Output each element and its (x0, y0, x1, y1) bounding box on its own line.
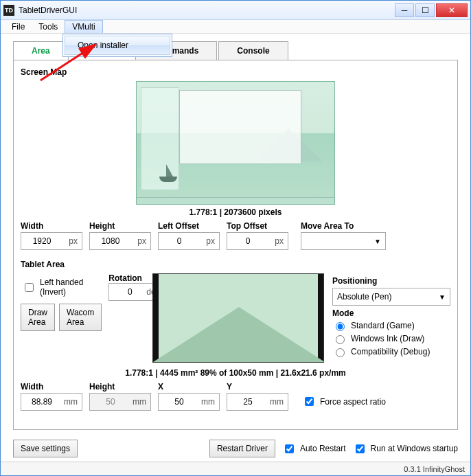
mode-label: Mode (332, 308, 450, 318)
run-startup-check[interactable]: Run at Windows startup (353, 442, 458, 455)
positioning-label: Positioning (332, 276, 450, 286)
vmulti-dropdown: Open installer (62, 34, 172, 57)
tablet-x-label: X (158, 382, 220, 392)
maximize-button[interactable]: ☐ (415, 3, 435, 17)
bottom-bar: Save settings Restart Driver Auto Restar… (1, 435, 470, 462)
chevron-down-icon: ▼ (374, 238, 381, 245)
screen-height-input[interactable]: px (89, 232, 151, 250)
tab-console[interactable]: Console (218, 41, 288, 60)
left-handed-check[interactable]: Left handed (Invert) (22, 277, 102, 297)
tablet-width-label: Width (21, 382, 82, 392)
save-settings-button[interactable]: Save settings (13, 440, 78, 457)
restart-driver-button[interactable]: Restart Driver (209, 440, 275, 457)
version-text: 0.3.1 InfinityGhost (404, 465, 465, 473)
menubar: File Tools VMulti (1, 20, 470, 34)
window-title: TabletDriverGUI (19, 5, 77, 15)
chevron-down-icon: ▼ (439, 293, 446, 301)
tab-area[interactable]: Area (13, 41, 69, 60)
tablet-width-input[interactable]: mm (21, 393, 82, 411)
tablet-area-fields: Width mm Height mm X (21, 382, 450, 411)
wacom-area-button[interactable]: Wacom Area (59, 304, 102, 331)
width-label: Width (21, 221, 82, 231)
status-bar: 0.3.1 InfinityGhost (1, 462, 470, 475)
tablet-area-preview[interactable] (152, 273, 324, 363)
left-offset-input[interactable]: px (158, 232, 220, 250)
height-label: Height (89, 221, 151, 231)
open-installer-item[interactable]: Open installer (65, 36, 170, 55)
menu-vmulti[interactable]: VMulti (65, 20, 102, 33)
move-area-label: Move Area To (301, 221, 386, 231)
screen-map-fields: Width px Height px Left Offset px (21, 221, 450, 250)
screen-map-title: Screen Map (21, 67, 450, 77)
left-offset-label: Left Offset (158, 221, 220, 231)
mode-windows-ink-radio[interactable]: Windows Ink (Draw) (332, 333, 450, 344)
tablet-area-info: 1.778:1 | 4445 mm² 89% of 100x50 mm | 21… (21, 368, 450, 378)
mode-standard-radio[interactable]: Standard (Game) (332, 320, 450, 331)
screen-map-info: 1.778:1 | 2073600 pixels (21, 207, 450, 217)
titlebar: TD TabletDriverGUI ─ ☐ ✕ (1, 1, 470, 20)
draw-area-button[interactable]: Draw Area (21, 304, 55, 331)
top-offset-label: Top Offset (227, 221, 288, 231)
app-window: TD TabletDriverGUI ─ ☐ ✕ File Tools VMul… (0, 0, 471, 476)
top-offset-input[interactable]: px (227, 232, 288, 250)
tablet-y-label: Y (227, 382, 288, 392)
close-button[interactable]: ✕ (436, 3, 468, 17)
minimize-button[interactable]: ─ (395, 3, 414, 17)
tablet-height-input: mm (89, 393, 151, 411)
menu-tools[interactable]: Tools (32, 20, 65, 33)
screen-width-input[interactable]: px (21, 232, 82, 250)
tablet-height-label: Height (89, 382, 151, 392)
window-controls: ─ ☐ ✕ (393, 3, 468, 17)
app-icon: TD (3, 5, 14, 16)
positioning-select[interactable]: Absolute (Pen) ▼ (332, 288, 450, 306)
tablet-area-title: Tablet Area (21, 260, 450, 269)
area-tab-content: Screen Map 1.778:1 | 2073600 pixels Widt… (13, 60, 458, 430)
menu-file[interactable]: File (5, 20, 32, 33)
tablet-x-input[interactable]: mm (158, 393, 220, 411)
tablet-y-input[interactable]: mm (227, 393, 288, 411)
force-aspect-check[interactable]: Force aspect ratio (302, 395, 386, 408)
screen-map-preview[interactable] (136, 81, 335, 205)
mode-compat-radio[interactable]: Compatibility (Debug) (332, 346, 450, 357)
auto-restart-check[interactable]: Auto Restart (282, 442, 346, 455)
move-area-select[interactable]: ▼ (301, 232, 386, 250)
